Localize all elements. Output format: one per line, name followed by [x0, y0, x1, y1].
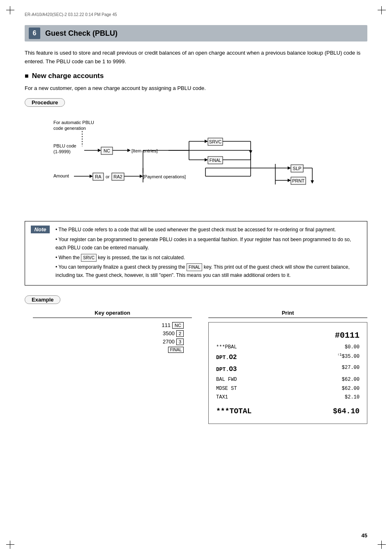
crosshair-bottom-right: [378, 541, 386, 549]
receipt-number: #0111: [216, 328, 360, 343]
note-content: The PBLU code refers to a code that will…: [55, 226, 361, 281]
receipt-row-2: DPT.O2 ↑1$35.00: [216, 352, 360, 364]
key-entry-1-key: NC: [172, 322, 184, 329]
receipt-row-5: MDSE ST $62.00: [216, 385, 360, 394]
receipt-total-label: ***TOTAL: [216, 405, 251, 418]
svg-text:[Item entries]: [Item entries]: [131, 148, 158, 153]
svg-text:SRVC: SRVC: [209, 139, 221, 144]
receipt-box: #0111 ***PBAL $0.00 DPT.O2 ↑1$35.00 DPT.…: [208, 322, 367, 424]
subsection-body: For a new customer, open a new charge ac…: [25, 84, 367, 93]
key-operation-title: Key operation: [33, 310, 192, 318]
svg-text:or: or: [106, 174, 110, 179]
key-operation-col: Key operation 111 NC 3500 2 2700 3 FINAL: [33, 310, 192, 424]
svg-marker-5: [98, 149, 101, 152]
print-title: Print: [208, 310, 367, 318]
svg-marker-21: [205, 158, 208, 161]
page-number: 45: [362, 532, 367, 539]
svg-text:(1-9999): (1-9999): [53, 149, 71, 154]
crosshair-top-right: [378, 6, 386, 14]
svg-marker-52: [311, 180, 314, 184]
key-entry-3-key: 3: [176, 339, 184, 345]
svg-text:FINAL: FINAL: [210, 158, 221, 163]
receipt-label-6: TAX1: [216, 393, 228, 402]
intro-text: This feature is used to store and recall…: [25, 49, 367, 66]
receipt-value-1: $0.00: [345, 343, 360, 352]
srvc-key-inline: SRVC: [81, 254, 97, 262]
note-item-4: You can temporarily finalize a guest che…: [55, 263, 361, 280]
svg-marker-14: [205, 140, 208, 143]
key-entries: 111 NC 3500 2 2700 3 FINAL: [33, 322, 192, 353]
final-key-inline: FINAL: [187, 263, 202, 271]
receipt-value-3: $27.00: [342, 364, 360, 375]
receipt-total-value: $64.10: [333, 405, 360, 418]
svg-text:Amount: Amount: [53, 173, 69, 178]
svg-marker-29: [90, 175, 93, 178]
svg-text:RA: RA: [95, 174, 101, 179]
receipt-label-5: MDSE ST: [216, 385, 237, 394]
receipt-total-row: ***TOTAL $64.10: [216, 405, 360, 418]
example-area: Key operation 111 NC 3500 2 2700 3 FINAL: [33, 310, 367, 424]
svg-text:NC: NC: [104, 148, 110, 153]
receipt-value-2: ↑1$35.00: [337, 352, 360, 364]
svg-marker-54: [288, 179, 291, 182]
svg-text:PRNT: PRNT: [292, 178, 304, 183]
svg-text:PBLU code: PBLU code: [53, 143, 76, 148]
key-entry-2-number: 3500: [163, 330, 175, 336]
receipt-value-4: $62.00: [342, 375, 360, 385]
key-entry-3-number: 2700: [163, 339, 175, 345]
key-entry-4: FINAL: [168, 347, 184, 353]
subsection-heading: New charge accounts: [25, 72, 367, 80]
svg-marker-47: [288, 166, 291, 170]
key-entry-1-number: 111: [161, 322, 171, 328]
receipt-label-3: DPT.O3: [216, 364, 237, 375]
receipt-label-4: BAL FWD: [216, 375, 237, 385]
section-number: 6: [29, 28, 40, 39]
svg-marker-36: [140, 175, 143, 178]
receipt-value-6: $2.10: [345, 393, 360, 402]
svg-text:code generation: code generation: [53, 126, 86, 131]
receipt-row-6: TAX1 $2.10: [216, 393, 360, 402]
svg-text:SLP: SLP: [293, 166, 302, 171]
note-item-3: When the SRVC key is pressed, the tax is…: [55, 253, 361, 262]
svg-text:RA2: RA2: [113, 174, 122, 179]
example-badge: Example: [25, 295, 60, 304]
receipt-row-4: BAL FWD $62.00: [216, 375, 360, 385]
key-entry-2: 3500 2: [163, 330, 184, 337]
key-entry-3: 2700 3: [163, 339, 184, 345]
note-item-1: The PBLU code refers to a code that will…: [55, 226, 361, 234]
receipt-value-5: $62.00: [342, 385, 360, 394]
svg-text:[Payment operations]: [Payment operations]: [143, 174, 186, 179]
section-title-bar: 6 Guest Check (PBLU): [25, 25, 367, 41]
print-col: Print #0111 ***PBAL $0.00 DPT.O2 ↑1$35.0…: [208, 310, 367, 424]
note-label: Note: [31, 226, 50, 233]
procedure-svg: For automatic PBLU code generation PBLU …: [41, 117, 337, 211]
procedure-badge: Procedure: [25, 98, 65, 107]
receipt-label-2: DPT.O2: [216, 352, 237, 364]
svg-marker-9: [127, 149, 131, 152]
note-item-2: Your register can be programmed to gener…: [55, 235, 361, 252]
note-box: Note The PBLU code refers to a code that…: [25, 221, 367, 285]
key-entry-4-key: FINAL: [168, 347, 184, 353]
svg-text:For automatic PBLU: For automatic PBLU: [53, 120, 94, 125]
crosshair-top-left: [6, 6, 14, 14]
page-meta: ER-A410/A420(SEC)-2 03.12.22 0:14 PM Pag…: [25, 12, 367, 17]
procedure-diagram: For automatic PBLU code generation PBLU …: [41, 117, 367, 211]
receipt-row-1: ***PBAL $0.00: [216, 343, 360, 352]
section-title: Guest Check (PBLU): [45, 29, 118, 38]
receipt-row-3: DPT.O3 $27.00: [216, 364, 360, 375]
crosshair-bottom-left: [6, 541, 14, 549]
receipt-label-1: ***PBAL: [216, 343, 237, 352]
key-entry-2-key: 2: [176, 330, 184, 337]
key-entry-1: 111 NC: [161, 322, 184, 329]
